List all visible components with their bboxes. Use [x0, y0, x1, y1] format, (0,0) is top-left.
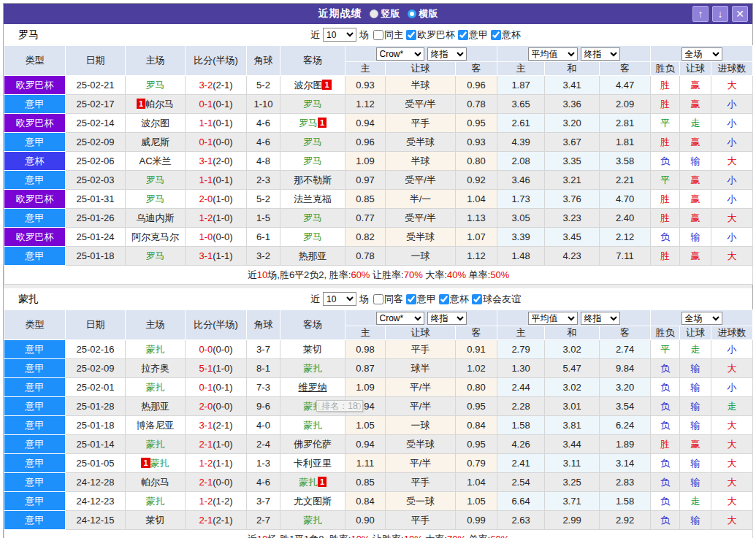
- home-team-name[interactable]: 罗马: [146, 193, 165, 204]
- avg-home-cell: 2.41: [497, 454, 545, 473]
- avg-away-cell: 2.12: [600, 228, 651, 247]
- handicap-result-cell: 赢: [680, 435, 711, 454]
- sub-column-header: 胜负: [651, 62, 680, 76]
- corners-cell: 7-3: [247, 378, 280, 397]
- avg-home-cell: 2.79: [497, 340, 545, 359]
- league-checkbox[interactable]: 球会友谊: [472, 293, 521, 306]
- odds-source-select[interactable]: Crow*: [376, 312, 424, 325]
- avg-home-cell: 2.61: [497, 114, 545, 133]
- away-team-name[interactable]: 莱切: [303, 344, 322, 355]
- odds-time-select[interactable]: 终指: [427, 312, 467, 325]
- away-team-name[interactable]: 罗马: [303, 212, 322, 223]
- home-team-name[interactable]: 乌迪内斯: [137, 212, 175, 223]
- close-button[interactable]: ✕: [732, 6, 748, 22]
- home-team-name[interactable]: 热那亚: [141, 401, 169, 412]
- handicap-result-cell: 赢: [680, 171, 711, 190]
- home-team-name[interactable]: AC米兰: [139, 155, 171, 166]
- away-team-name[interactable]: 波尔图: [294, 80, 322, 91]
- odds-away-cell: 0.80: [456, 152, 497, 171]
- handicap-result-cell: 输: [680, 454, 711, 473]
- odds-source-select[interactable]: Crow*: [376, 47, 424, 61]
- away-team-name[interactable]: 蒙扎: [303, 363, 322, 374]
- same-venue-checkbox[interactable]: 同客: [373, 293, 403, 306]
- home-team-cell: 莱切: [126, 511, 186, 530]
- home-team-name[interactable]: 蒙扎: [146, 439, 165, 450]
- away-team-cell: 罗马: [280, 228, 345, 247]
- home-team-name[interactable]: 波尔图: [141, 118, 169, 128]
- corners-cell: 4-6: [247, 473, 280, 492]
- sub-column-header: 客: [600, 62, 651, 76]
- scope-select[interactable]: 全场: [681, 312, 722, 325]
- handicap-result-cell: 赢: [680, 247, 711, 266]
- average-time-select[interactable]: 终指: [581, 312, 620, 325]
- handicap-cell: 平手: [386, 114, 456, 133]
- away-team-name[interactable]: 蒙扎: [299, 477, 318, 488]
- radio-horizontal-layout[interactable]: 横版: [408, 7, 438, 20]
- home-team-name[interactable]: 蒙扎: [146, 344, 165, 355]
- date-cell: 25-01-14: [66, 435, 126, 454]
- away-team-name[interactable]: 尤文图斯: [294, 496, 332, 507]
- avg-draw-cell: 3.36: [545, 95, 600, 114]
- odds-home-cell: 1.05: [345, 416, 386, 435]
- sub-column-header: 和: [545, 326, 600, 340]
- home-team-name[interactable]: 拉齐奥: [141, 363, 169, 374]
- home-team-name[interactable]: 阿尔克马尔: [131, 231, 179, 242]
- score-cell: 5-1(1-0): [186, 359, 247, 378]
- away-team-name[interactable]: 卡利亚里: [294, 458, 332, 469]
- average-select[interactable]: 平均值: [528, 47, 578, 61]
- away-team-name[interactable]: 法兰克福: [294, 193, 332, 204]
- away-team-name[interactable]: 罗马: [299, 118, 318, 128]
- average-time-select[interactable]: 终指: [581, 47, 620, 61]
- home-team-name[interactable]: 罗马: [146, 250, 165, 261]
- avg-draw-cell: 5.47: [545, 359, 600, 378]
- away-team-name[interactable]: 那不勒斯: [294, 174, 332, 185]
- home-team-name[interactable]: 蒙扎: [146, 496, 165, 507]
- home-team-name[interactable]: 蒙扎: [146, 382, 165, 393]
- scope-header: 全场: [651, 46, 753, 62]
- score-cell: 1-2(1-0): [186, 209, 247, 228]
- near-count-select[interactable]: 10: [323, 28, 356, 42]
- odds-time-select[interactable]: 终指: [427, 47, 467, 61]
- away-team-name[interactable]: 罗马: [303, 137, 322, 147]
- home-team-name[interactable]: 帕尔马: [141, 477, 169, 488]
- home-team-name[interactable]: 蒙扎: [150, 458, 169, 469]
- home-team-name[interactable]: 威尼斯: [141, 137, 169, 147]
- avg-home-cell: 3.46: [497, 171, 545, 190]
- home-team-cell: 威尼斯: [126, 133, 186, 152]
- radio-vertical-layout[interactable]: 竖版: [370, 7, 400, 20]
- handicap-result-cell: 输: [680, 359, 711, 378]
- away-team-name[interactable]: 维罗纳: [299, 382, 327, 393]
- away-team-cell: 罗马: [280, 209, 345, 228]
- handicap-cell: 受半球: [386, 228, 456, 247]
- score-cell: 0-1(0-0): [186, 133, 247, 152]
- league-checkbox[interactable]: 意杯: [491, 28, 521, 42]
- move-down-button[interactable]: ↓: [712, 6, 728, 22]
- handicap-result-cell: 赢: [680, 190, 711, 209]
- filter-bar: 近10场同客意甲意杯球会友谊: [310, 292, 521, 306]
- away-team-name[interactable]: 罗马: [303, 231, 322, 242]
- league-checkbox[interactable]: 意甲: [406, 293, 436, 306]
- away-team-name[interactable]: 佛罗伦萨: [294, 439, 332, 450]
- league-checkbox[interactable]: 欧罗巴杯: [406, 28, 455, 42]
- away-team-name[interactable]: 罗马: [303, 155, 322, 166]
- away-team-name[interactable]: 蒙扎: [303, 401, 322, 412]
- near-count-select[interactable]: 10: [323, 292, 356, 306]
- home-team-name[interactable]: 帕尔马: [145, 99, 174, 109]
- average-select[interactable]: 平均值: [528, 312, 578, 325]
- away-team-name[interactable]: 蒙扎: [303, 420, 322, 431]
- move-up-button[interactable]: ↑: [692, 6, 709, 22]
- away-team-name[interactable]: 蒙扎: [303, 515, 322, 526]
- home-team-name[interactable]: 博洛尼亚: [137, 420, 175, 431]
- scope-select[interactable]: 全场: [681, 47, 722, 61]
- away-team-name[interactable]: 热那亚: [299, 250, 327, 261]
- away-team-name[interactable]: 罗马: [303, 99, 322, 109]
- table-row: 意甲25-02-09拉齐奥5-1(1-0)8-1蒙扎0.87球半1.021.30…: [4, 359, 753, 378]
- odds-home-cell: 0.94: [345, 114, 386, 133]
- table-row: 意甲25-01-051蒙扎1-2(1-1)1-3卡利亚里1.11平/半0.792…: [4, 454, 753, 473]
- league-checkbox[interactable]: 意杯: [439, 293, 469, 306]
- same-venue-checkbox[interactable]: 同主: [373, 28, 403, 42]
- home-team-name[interactable]: 莱切: [146, 515, 165, 526]
- league-checkbox[interactable]: 意甲: [458, 28, 488, 42]
- home-team-name[interactable]: 罗马: [146, 80, 165, 91]
- home-team-name[interactable]: 罗马: [146, 174, 165, 185]
